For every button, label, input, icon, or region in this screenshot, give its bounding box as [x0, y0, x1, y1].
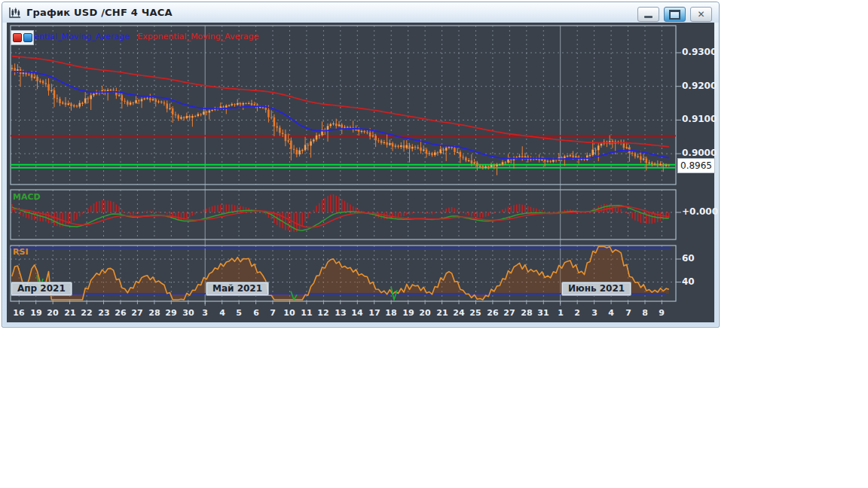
minimize-icon	[644, 16, 653, 18]
chart-window: График USD /CHF 4 ЧАСА ✕	[2, 2, 720, 328]
window-titlebar[interactable]: График USD /CHF 4 ЧАСА ✕	[2, 2, 719, 23]
close-button[interactable]: ✕	[690, 7, 712, 22]
desktop: График USD /CHF 4 ЧАСА ✕ ential_Moving_A…	[0, 0, 868, 488]
window-controls: ✕	[637, 7, 712, 22]
chart-app-icon	[8, 7, 22, 19]
window-title: График USD /CHF 4 ЧАСА	[26, 7, 173, 18]
minimize-button[interactable]	[637, 7, 659, 22]
close-icon: ✕	[697, 10, 704, 19]
chart-client-area[interactable]	[7, 23, 714, 322]
maximize-button[interactable]	[664, 7, 686, 22]
maximize-icon	[669, 10, 680, 20]
